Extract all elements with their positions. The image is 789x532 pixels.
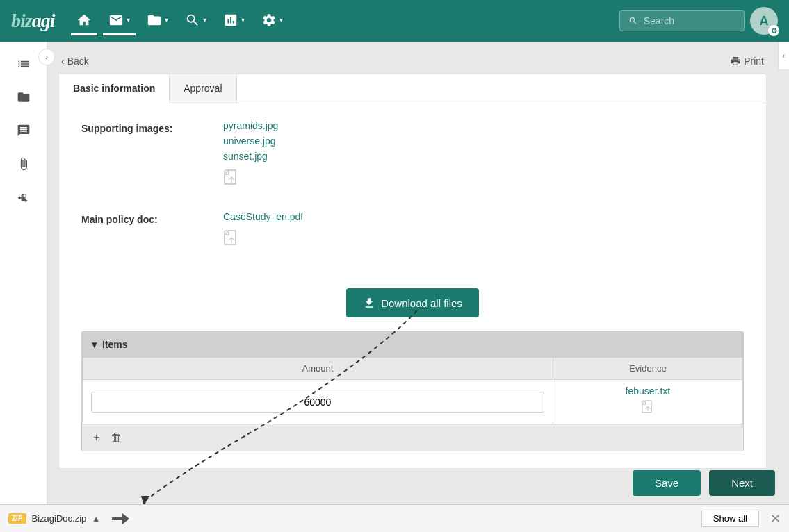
- items-section: ▾ Items Amount Evidence fe: [81, 331, 744, 451]
- amount-input[interactable]: [91, 392, 544, 413]
- save-button[interactable]: Save: [633, 470, 701, 496]
- file-upload-icon-supporting: [223, 169, 278, 192]
- col-header-amount: Amount: [83, 358, 553, 380]
- sidebar: ›: [0, 42, 47, 532]
- table-header-row: Amount Evidence: [83, 358, 743, 380]
- bottom-action-bar: Save Next: [47, 462, 789, 504]
- table-row: febuser.txt: [83, 380, 743, 424]
- nav-folder[interactable]: ▾: [141, 7, 174, 35]
- folder-chevron: ▾: [165, 16, 168, 24]
- show-all-button[interactable]: Show all: [701, 510, 759, 527]
- form-card: Basic information Approval Supporting im…: [58, 74, 767, 469]
- tab-approval[interactable]: Approval: [170, 74, 236, 103]
- sidebar-toggle[interactable]: ›: [38, 49, 55, 65]
- file-link-sunset[interactable]: sunset.jpg: [223, 151, 278, 162]
- print-button[interactable]: Print: [730, 56, 764, 67]
- supporting-images-label: Supporting images:: [81, 120, 206, 134]
- nav-settings[interactable]: ▾: [256, 7, 288, 35]
- sidebar-item-list[interactable]: [8, 49, 39, 79]
- download-arrow-icon: [108, 512, 136, 526]
- action-bar: ‹ Back Print: [58, 49, 767, 74]
- right-expand-handle[interactable]: ‹: [778, 42, 789, 69]
- file-link-universe[interactable]: universe.jpg: [223, 135, 278, 147]
- settings-chevron: ▾: [279, 16, 283, 24]
- main-policy-doc-row: Main policy doc: CaseStudy_en.pdf: [81, 211, 744, 252]
- main-content: ‹ Back Print Basic information Approval …: [47, 42, 778, 532]
- search-icon: [628, 15, 638, 26]
- print-icon: [730, 56, 741, 67]
- download-icon: [363, 297, 375, 309]
- items-header: ▾ Items: [82, 332, 743, 357]
- delete-row-button[interactable]: 🗑: [108, 430, 124, 445]
- inbox-chevron: ▾: [127, 16, 130, 24]
- tab-bar: Basic information Approval: [59, 74, 766, 103]
- avatar-gear-icon: ⚙: [768, 25, 779, 36]
- zip-chevron-icon[interactable]: ▲: [92, 514, 100, 524]
- search-input[interactable]: [644, 15, 735, 26]
- chart-chevron: ▾: [241, 16, 245, 24]
- add-row-bar: + 🗑: [82, 424, 743, 451]
- zip-icon: ZIP: [8, 513, 26, 524]
- sidebar-item-folder[interactable]: [8, 82, 39, 113]
- download-all-files-button[interactable]: Download all files: [346, 288, 479, 317]
- svg-marker-13: [112, 513, 129, 524]
- file-link-casestudy[interactable]: CaseStudy_en.pdf: [223, 211, 303, 222]
- search-chevron: ▾: [203, 16, 206, 24]
- nav-chart[interactable]: ▾: [218, 7, 250, 35]
- policy-doc-files: CaseStudy_en.pdf: [223, 211, 303, 252]
- app-logo: bizagi: [11, 10, 54, 32]
- file-link-pyramids[interactable]: pyramids.jpg: [223, 120, 278, 131]
- file-upload-icon-policy: [223, 229, 303, 252]
- download-status-bar: ZIP BizagiDoc.zip ▲ Show all ✕: [0, 504, 789, 532]
- main-policy-doc-label: Main policy doc:: [81, 211, 206, 225]
- evidence-file-link[interactable]: febuser.txt: [626, 385, 671, 397]
- add-row-button[interactable]: +: [90, 430, 102, 445]
- evidence-upload-icon: [562, 399, 734, 418]
- collapse-icon[interactable]: ▾: [92, 339, 97, 350]
- nav-home[interactable]: [71, 7, 97, 35]
- supporting-images-row: Supporting images: pyramids.jpg universe…: [81, 120, 744, 192]
- cell-amount[interactable]: [83, 380, 553, 424]
- next-button[interactable]: Next: [709, 470, 775, 496]
- items-table: Amount Evidence febuser.txt: [82, 357, 743, 424]
- back-arrow-icon: ‹: [61, 56, 65, 67]
- sidebar-item-comment[interactable]: [8, 115, 39, 146]
- zip-filename: BizagiDoc.zip: [32, 513, 87, 524]
- download-center: Download all files: [59, 288, 766, 317]
- nav-search[interactable]: ▾: [179, 7, 212, 35]
- supporting-images-files: pyramids.jpg universe.jpg sunset.jpg: [223, 120, 278, 192]
- tab-basic-information[interactable]: Basic information: [59, 74, 170, 103]
- nav-inbox[interactable]: ▾: [103, 7, 136, 35]
- top-navigation: bizagi ▾ ▾ ▾ ▾ ▾ A ⚙: [0, 0, 789, 42]
- back-button[interactable]: ‹ Back: [61, 56, 89, 67]
- avatar[interactable]: A ⚙: [750, 7, 778, 35]
- form-content: Supporting images: pyramids.jpg universe…: [59, 103, 766, 288]
- col-header-evidence: Evidence: [553, 358, 742, 380]
- cell-evidence: febuser.txt: [553, 380, 742, 424]
- search-bar[interactable]: [619, 10, 745, 31]
- sidebar-item-flow[interactable]: [8, 182, 39, 213]
- sidebar-item-attachment[interactable]: [8, 149, 39, 179]
- close-download-bar-button[interactable]: ✕: [770, 511, 781, 526]
